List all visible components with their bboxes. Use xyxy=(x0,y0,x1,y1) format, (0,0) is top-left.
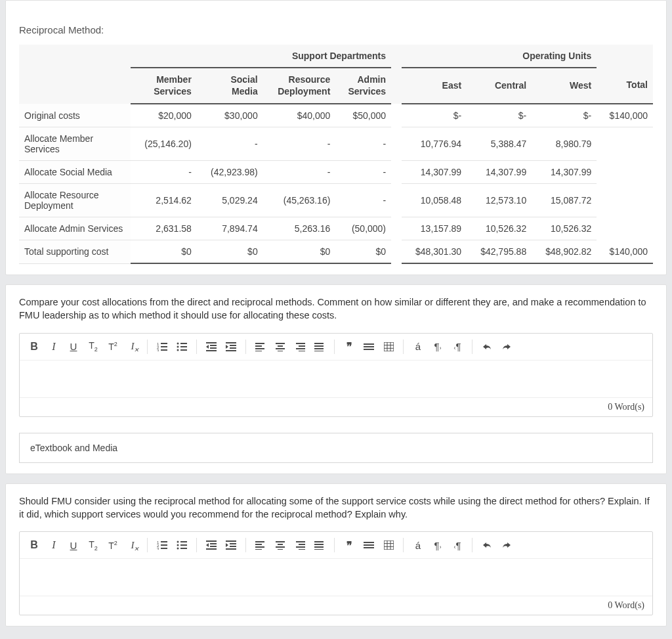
ltr-button[interactable]: ¶› xyxy=(429,536,447,554)
table-row: Original costs$20,000$30,000$40,000$50,0… xyxy=(19,104,653,127)
svg-rect-9 xyxy=(180,346,187,347)
table-cell: $- xyxy=(402,104,467,127)
editor-textarea-2[interactable] xyxy=(20,559,652,596)
rtl-button[interactable]: ‹¶ xyxy=(448,338,467,356)
redo-button[interactable] xyxy=(497,338,516,356)
table-cell: 2,514.62 xyxy=(131,184,197,217)
ordered-list-button[interactable]: 123 xyxy=(153,338,171,356)
word-count-1: 0 Word(s) xyxy=(20,397,652,416)
subscript-button[interactable]: T2 xyxy=(84,536,102,554)
special-char-button[interactable]: á xyxy=(409,338,427,356)
insert-table-button[interactable] xyxy=(379,536,398,554)
etextbook-media-button[interactable]: eTextbook and Media xyxy=(19,433,653,463)
superscript-button[interactable]: T2 xyxy=(104,338,122,356)
svg-marker-16 xyxy=(206,345,209,349)
italic-button[interactable]: I xyxy=(45,536,63,554)
align-right-button[interactable] xyxy=(291,338,309,356)
undo-button[interactable] xyxy=(478,536,496,554)
svg-rect-12 xyxy=(206,342,217,343)
indent-button[interactable] xyxy=(222,338,240,356)
svg-rect-82 xyxy=(314,546,324,548)
svg-rect-33 xyxy=(299,351,305,351)
blockquote-button[interactable]: ❞ xyxy=(340,338,358,356)
align-right-button[interactable] xyxy=(291,536,309,554)
unordered-list-button[interactable] xyxy=(173,536,191,554)
table-cell: 14,307.99 xyxy=(532,161,597,184)
svg-text:3: 3 xyxy=(157,349,159,351)
prompt-text-1: Compare your cost allocations from the d… xyxy=(19,296,653,322)
svg-rect-28 xyxy=(276,348,285,349)
svg-rect-39 xyxy=(364,346,374,347)
svg-rect-3 xyxy=(161,346,167,347)
insert-table-button[interactable] xyxy=(379,338,398,356)
align-left-button[interactable] xyxy=(251,338,270,356)
rtl-button[interactable]: ‹¶ xyxy=(448,536,467,554)
svg-rect-25 xyxy=(255,351,262,351)
superscript-button[interactable]: T2 xyxy=(104,536,122,554)
question-card-2: Should FMU consider using the reciprocal… xyxy=(5,483,667,627)
svg-rect-81 xyxy=(314,544,324,545)
svg-rect-55 xyxy=(180,544,187,546)
toolbar-separator xyxy=(196,538,197,552)
italic-button[interactable]: I xyxy=(45,338,63,356)
svg-rect-5 xyxy=(161,349,167,351)
align-left-button[interactable] xyxy=(251,536,270,554)
blockquote-button[interactable]: ❞ xyxy=(340,536,358,554)
subscript-button[interactable]: T2 xyxy=(84,338,102,356)
svg-rect-11 xyxy=(180,349,187,351)
align-center-button[interactable] xyxy=(271,536,289,554)
horizontal-rule-button[interactable] xyxy=(360,338,378,356)
svg-rect-68 xyxy=(255,541,264,542)
svg-point-6 xyxy=(177,342,179,344)
svg-rect-7 xyxy=(180,343,187,344)
svg-rect-32 xyxy=(296,348,305,349)
rich-text-editor-1: BIUT2T2I✕123❞á¶›‹¶ 0 Word(s) xyxy=(19,333,653,417)
indent-button[interactable] xyxy=(222,536,240,554)
editor-textarea-1[interactable] xyxy=(20,361,652,397)
outdent-button[interactable] xyxy=(202,536,220,554)
redo-button[interactable] xyxy=(497,536,516,554)
svg-rect-1 xyxy=(161,343,167,344)
bold-button[interactable]: B xyxy=(25,536,43,554)
table-cell: $- xyxy=(467,104,532,127)
table-cell: (45,263.16) xyxy=(263,184,336,217)
underline-button[interactable]: U xyxy=(64,536,83,554)
clear-format-button[interactable]: I✕ xyxy=(123,338,142,356)
table-cell: - xyxy=(335,161,391,184)
toolbar-separator xyxy=(334,538,335,552)
svg-rect-26 xyxy=(276,343,285,344)
svg-rect-18 xyxy=(230,345,236,346)
table-cell: $40,000 xyxy=(263,104,336,127)
svg-rect-19 xyxy=(230,347,236,349)
clear-format-button[interactable]: I✕ xyxy=(123,536,142,554)
ltr-button[interactable]: ¶› xyxy=(429,338,447,356)
outdent-button[interactable] xyxy=(202,338,220,356)
align-justify-button[interactable] xyxy=(310,536,329,554)
svg-rect-86 xyxy=(364,547,374,548)
underline-button[interactable]: U xyxy=(64,338,83,356)
svg-rect-76 xyxy=(296,541,305,542)
toolbar-separator xyxy=(403,538,404,552)
align-center-button[interactable] xyxy=(271,338,289,356)
svg-rect-24 xyxy=(255,348,264,349)
unordered-list-button[interactable] xyxy=(173,338,191,356)
row-label: Allocate Social Media xyxy=(19,161,131,184)
table-cell: 10,058.48 xyxy=(402,184,467,217)
bold-button[interactable]: B xyxy=(25,338,43,356)
allocation-table: Support Departments Operating Units Memb… xyxy=(19,45,653,264)
svg-rect-37 xyxy=(314,351,324,351)
svg-rect-34 xyxy=(314,343,324,344)
toolbar-separator xyxy=(472,340,472,354)
col-member-services: MemberServices xyxy=(131,68,197,104)
table-cell: $50,000 xyxy=(335,104,391,127)
align-justify-button[interactable] xyxy=(310,338,329,356)
ordered-list-button[interactable]: 123 xyxy=(153,536,171,554)
editor-toolbar: BIUT2T2I✕123❞á¶›‹¶ xyxy=(20,532,652,559)
table-cell: 13,157.89 xyxy=(402,217,467,240)
special-char-button[interactable]: á xyxy=(409,536,427,554)
section-title: Reciprocal Method: xyxy=(19,24,653,35)
undo-button[interactable] xyxy=(478,338,496,356)
horizontal-rule-button[interactable] xyxy=(360,536,378,554)
svg-rect-66 xyxy=(226,548,236,550)
svg-rect-71 xyxy=(255,549,262,550)
